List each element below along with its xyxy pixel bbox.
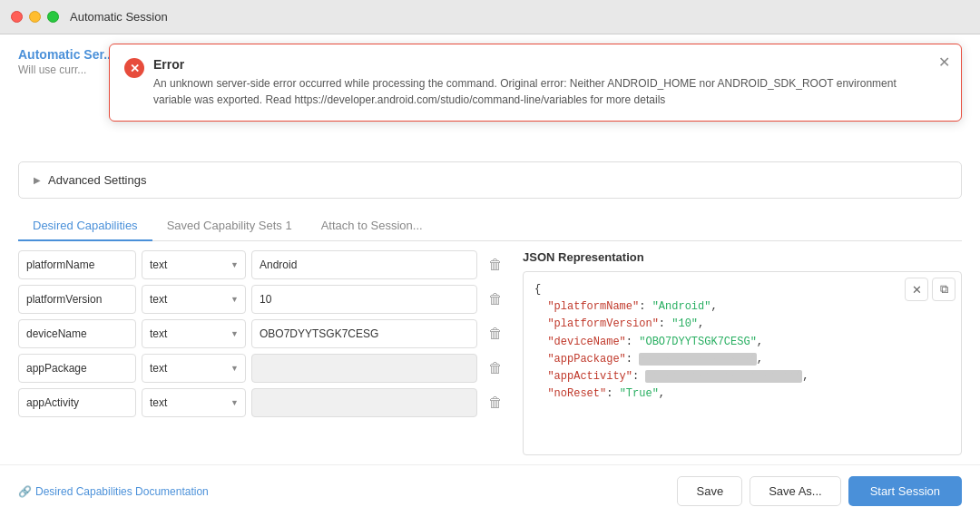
json-editor: { "platformName": "Android", "platformVe… [523, 271, 962, 455]
title-bar: Automatic Session [0, 0, 980, 34]
tab-desired-capabilities[interactable]: Desired Capabilities [18, 211, 152, 241]
main-window: ✕ Error An unknown server-side error occ… [0, 34, 980, 517]
bottom-buttons: Save Save As... Start Session [677, 476, 962, 506]
cap-type-wrapper-2: text boolean number ▼ [142, 285, 246, 314]
minimize-button[interactable] [29, 11, 41, 23]
table-row: text boolean number ▼ 🗑 [18, 285, 508, 314]
window-title: Automatic Session [70, 10, 168, 24]
table-row: text boolean number ▼ 🗑 [18, 354, 508, 383]
cap-type-select-3[interactable]: text boolean number [142, 319, 246, 348]
table-row: text boolean number ▼ 🗑 [18, 250, 508, 279]
error-close-button[interactable]: ✕ [938, 55, 950, 70]
json-toolbar: ✕ ⧉ [905, 278, 956, 301]
close-button[interactable] [11, 11, 23, 23]
cap-type-select-5[interactable]: text boolean number [142, 388, 246, 417]
cap-type-select-1[interactable]: text boolean number [142, 250, 246, 279]
table-row: text boolean number ▼ 🗑 [18, 388, 508, 417]
cap-type-wrapper-1: text boolean number ▼ [142, 250, 246, 279]
error-content: Error An unknown server-side error occur… [153, 57, 925, 108]
delete-row-4-button[interactable]: 🗑 [483, 356, 508, 381]
error-notification: ✕ Error An unknown server-side error occ… [109, 44, 962, 122]
delete-row-5-button[interactable]: 🗑 [483, 390, 508, 415]
json-copy-button[interactable]: ⧉ [932, 278, 956, 301]
cap-type-select-2[interactable]: text boolean number [142, 285, 246, 314]
delete-row-2-button[interactable]: 🗑 [483, 287, 508, 312]
table-row: text boolean number ▼ 🗑 [18, 319, 508, 348]
error-message: An unknown server-side error occurred wh… [153, 75, 925, 108]
delete-row-3-button[interactable]: 🗑 [483, 321, 508, 346]
advanced-settings-label: Advanced Settings [48, 173, 146, 187]
cap-type-wrapper-3: text boolean number ▼ [142, 319, 246, 348]
cap-name-input-2[interactable] [18, 285, 136, 314]
chevron-right-icon: ▶ [34, 175, 41, 185]
link-icon: 🔗 [18, 485, 32, 498]
json-clear-button[interactable]: ✕ [905, 278, 928, 301]
capabilities-table: text boolean number ▼ 🗑 text boolean num… [18, 250, 508, 455]
content-area: text boolean number ▼ 🗑 text boolean num… [0, 241, 980, 464]
tab-saved-capability-sets[interactable]: Saved Capability Sets 1 [152, 211, 307, 241]
save-button[interactable]: Save [677, 476, 742, 506]
cap-value-input-5[interactable] [251, 388, 477, 417]
traffic-lights [11, 11, 59, 23]
cap-value-input-4[interactable] [251, 354, 477, 383]
error-icon: ✕ [124, 58, 144, 78]
start-session-button[interactable]: Start Session [848, 476, 962, 506]
cap-value-input-2[interactable] [251, 285, 477, 314]
tab-attach-to-session[interactable]: Attach to Session... [307, 211, 437, 241]
cap-type-wrapper-5: text boolean number ▼ [142, 388, 246, 417]
docs-link-label: Desired Capabilities Documentation [35, 485, 209, 498]
cap-name-input-1[interactable] [18, 250, 136, 279]
cap-value-input-3[interactable] [251, 319, 477, 348]
maximize-button[interactable] [47, 11, 59, 23]
error-title: Error [153, 57, 925, 72]
delete-row-1-button[interactable]: 🗑 [483, 252, 508, 278]
cap-name-input-5[interactable] [18, 388, 136, 417]
cap-type-select-4[interactable]: text boolean number [142, 354, 246, 383]
cap-value-input-1[interactable] [251, 250, 477, 279]
cap-type-wrapper-4: text boolean number ▼ [142, 354, 246, 383]
cap-name-input-4[interactable] [18, 354, 136, 383]
docs-link[interactable]: 🔗 Desired Capabilities Documentation [18, 485, 209, 498]
save-as-button[interactable]: Save As... [750, 476, 841, 506]
json-representation-title: JSON Representation [523, 250, 962, 264]
tabs-section: Desired Capabilities Saved Capability Se… [18, 211, 962, 241]
bottom-bar: 🔗 Desired Capabilities Documentation Sav… [0, 464, 980, 517]
advanced-settings-bar[interactable]: ▶ Advanced Settings [18, 161, 962, 199]
json-panel: JSON Representation { "platformName": "A… [523, 250, 962, 455]
json-content[interactable]: { "platformName": "Android", "platformVe… [524, 272, 961, 454]
cap-name-input-3[interactable] [18, 319, 136, 348]
